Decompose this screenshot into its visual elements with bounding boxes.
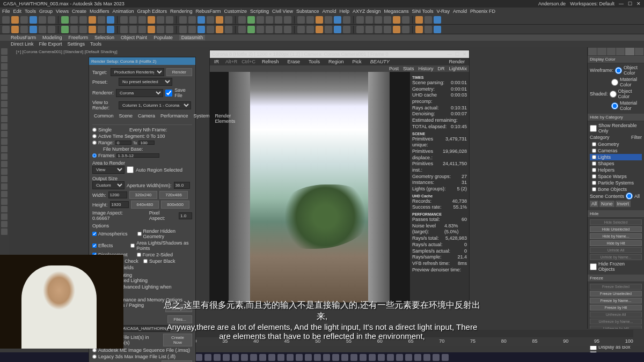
toolbar-button[interactable] bbox=[356, 26, 364, 33]
menu-tools[interactable]: Tools bbox=[25, 9, 36, 14]
renderer-select[interactable]: Corona bbox=[116, 89, 163, 97]
ribbon-modeling[interactable]: Modeling bbox=[42, 35, 62, 40]
toolbar-button[interactable] bbox=[30, 16, 37, 24]
toolbar-button[interactable] bbox=[70, 16, 78, 24]
left-tool[interactable] bbox=[1, 146, 8, 152]
taskbar-icon[interactable] bbox=[314, 354, 321, 361]
taskbar-icon[interactable] bbox=[223, 354, 230, 361]
toolbar-button[interactable] bbox=[197, 26, 205, 33]
toolbar-button[interactable] bbox=[356, 16, 364, 24]
left-tool[interactable] bbox=[1, 221, 8, 227]
toolbar-button[interactable] bbox=[89, 16, 96, 24]
freeze-by-hit[interactable]: Freeze by Hit bbox=[590, 305, 642, 311]
superblack-check[interactable] bbox=[143, 259, 148, 263]
toolbar-button[interactable] bbox=[11, 26, 19, 33]
left-tool[interactable] bbox=[1, 161, 8, 167]
taskbar-icon[interactable] bbox=[268, 354, 275, 361]
sub-directlink[interactable]: Direct Link bbox=[11, 41, 34, 47]
toolbar-button[interactable] bbox=[225, 16, 232, 24]
hidden-check[interactable] bbox=[137, 232, 142, 236]
toolbar-button[interactable] bbox=[2, 26, 10, 33]
view-select[interactable]: Column 1, Column 1 - Corona Camera001 bbox=[119, 101, 191, 109]
toolbar-button[interactable] bbox=[384, 16, 391, 24]
hide-selected[interactable]: Hide Selected bbox=[590, 219, 642, 225]
menu-edit[interactable]: Edit bbox=[13, 9, 22, 14]
taskbar-icon[interactable] bbox=[259, 354, 266, 361]
toolbar-button[interactable] bbox=[39, 26, 46, 33]
unhide-by-name[interactable]: Unhide by Name... bbox=[590, 254, 642, 260]
toolbar-button[interactable] bbox=[98, 26, 105, 33]
autoregion-check[interactable] bbox=[127, 166, 134, 173]
aperture-input[interactable] bbox=[174, 182, 190, 189]
toolbar-button[interactable] bbox=[98, 16, 105, 24]
vfbtab-dr[interactable]: DR bbox=[437, 66, 444, 71]
toolbar-button[interactable] bbox=[138, 16, 146, 24]
preset3[interactable]: 640x480 bbox=[131, 201, 159, 209]
toolbar-button[interactable] bbox=[247, 26, 255, 33]
rdtab-common[interactable]: Common bbox=[92, 113, 115, 124]
toolbar-button[interactable] bbox=[365, 26, 373, 33]
toolbar-button[interactable] bbox=[2, 16, 10, 24]
vfb-min-icon[interactable]: — bbox=[447, 51, 452, 57]
left-tool[interactable] bbox=[1, 93, 8, 100]
category-lights[interactable]: Lights bbox=[590, 154, 642, 160]
invert-btn[interactable]: Invert bbox=[616, 201, 631, 207]
left-tool[interactable] bbox=[1, 183, 8, 190]
rdtab-camera[interactable]: Camera bbox=[136, 113, 157, 124]
toolbar-button[interactable] bbox=[148, 16, 155, 24]
left-tool[interactable] bbox=[1, 71, 8, 77]
taskbar-icon[interactable] bbox=[442, 354, 449, 361]
ribbon-datasmith[interactable]: Datasmith bbox=[179, 35, 206, 40]
taskbar-icon[interactable] bbox=[360, 354, 367, 361]
pixelaspect-input[interactable] bbox=[179, 212, 192, 219]
hide-head[interactable]: Hide bbox=[588, 210, 644, 218]
menu-modifiers[interactable]: Modifiers bbox=[90, 9, 109, 14]
freeze-by-name[interactable]: Freeze by Name... bbox=[590, 298, 642, 304]
left-tool[interactable] bbox=[1, 123, 8, 130]
menu-rebusfarm[interactable]: RebusFarm bbox=[196, 9, 221, 14]
frames-input[interactable] bbox=[116, 153, 159, 158]
toolbar-button[interactable] bbox=[284, 16, 291, 24]
menu-customize[interactable]: Customize bbox=[224, 9, 247, 14]
left-tool[interactable] bbox=[1, 213, 8, 220]
toolbar-button[interactable] bbox=[11, 16, 19, 24]
taskbar-icon[interactable] bbox=[305, 354, 312, 361]
category-shapes[interactable]: Shapes bbox=[590, 160, 642, 167]
vfbtab-lightmix[interactable]: LightMix bbox=[449, 66, 467, 71]
toolbar-button[interactable] bbox=[179, 16, 187, 24]
taskbar-icon[interactable] bbox=[277, 354, 284, 361]
toolbar-button[interactable] bbox=[425, 26, 432, 33]
none-btn[interactable]: None bbox=[599, 201, 614, 207]
unfreeze-by-name[interactable]: Unfreeze by Name... bbox=[590, 319, 642, 324]
toolbar-button[interactable] bbox=[61, 16, 69, 24]
menu-phoenixfd[interactable]: Phoenix FD bbox=[470, 9, 495, 14]
rdtab-performance[interactable]: Performance bbox=[159, 113, 190, 124]
left-tool[interactable] bbox=[1, 153, 8, 160]
toolbar-button[interactable] bbox=[316, 26, 323, 33]
left-tool[interactable] bbox=[1, 198, 8, 205]
toolbar-button[interactable] bbox=[402, 16, 409, 24]
toolbar-button[interactable] bbox=[197, 16, 205, 24]
render-button[interactable]: Render bbox=[166, 68, 192, 76]
left-tool[interactable] bbox=[1, 108, 8, 115]
toolbar-button[interactable] bbox=[247, 16, 255, 24]
toolbar-button[interactable] bbox=[48, 16, 55, 24]
arealights-check[interactable] bbox=[130, 243, 135, 248]
effects-check[interactable] bbox=[92, 243, 97, 248]
toolbar-button[interactable] bbox=[365, 16, 373, 24]
toolbar-button[interactable] bbox=[79, 26, 87, 33]
toolbar-button[interactable] bbox=[316, 16, 323, 24]
toolbar-button[interactable] bbox=[166, 16, 173, 24]
toolbar-button[interactable] bbox=[334, 16, 341, 24]
taskbar-icon[interactable] bbox=[296, 354, 303, 361]
toolbar-button[interactable] bbox=[257, 26, 264, 33]
toolbar-button[interactable] bbox=[238, 16, 246, 24]
legacy-radio[interactable] bbox=[92, 354, 97, 359]
left-tool[interactable] bbox=[1, 191, 8, 197]
toolbar-button[interactable] bbox=[334, 26, 341, 33]
taskbar-icon[interactable] bbox=[241, 354, 248, 361]
toolbar-button[interactable] bbox=[129, 16, 137, 24]
close-icon[interactable]: ✕ bbox=[636, 1, 641, 6]
toolbar-button[interactable] bbox=[107, 26, 114, 33]
left-tool[interactable] bbox=[1, 176, 8, 182]
